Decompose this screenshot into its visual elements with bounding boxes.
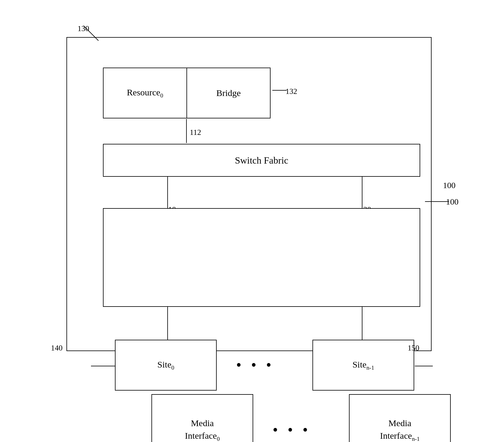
- bridge-label: Bridge: [216, 88, 241, 98]
- label-140: 140: [51, 344, 63, 353]
- switch-fabric-label: Switch Fabric: [235, 155, 289, 166]
- line-sf-media-left: [167, 177, 168, 209]
- siten1-label: Siten-1: [353, 359, 374, 371]
- switch-fabric-box: Switch Fabric: [103, 144, 420, 177]
- label-130-line: [84, 26, 101, 44]
- line-media-site-left: [167, 307, 168, 340]
- resource-label: Resource0: [127, 87, 163, 99]
- diagram-container: 100 130 Resource0 Bridge 132 112 Switch …: [42, 19, 462, 423]
- line-100: [425, 201, 449, 202]
- median1-label: Media Interfacen-1: [380, 417, 420, 442]
- svg-line-0: [84, 26, 98, 41]
- dots-media: • • •: [273, 421, 311, 438]
- label-150: 150: [408, 344, 419, 353]
- group-130-box: Resource0 Bridge: [103, 68, 271, 118]
- resource-box: Resource0: [104, 68, 187, 118]
- line-sf-media-right: [362, 177, 362, 209]
- media-interface-n1-box: Media Interfacen-1: [349, 394, 451, 442]
- dots-sites: • • •: [236, 356, 274, 374]
- label-100: 100: [443, 181, 456, 190]
- line-140: [91, 366, 116, 366]
- line-112: [186, 119, 187, 143]
- line-media-site-right: [362, 307, 362, 340]
- bridge-box: Bridge: [187, 68, 270, 118]
- media0-label: Media Interface0: [185, 417, 220, 442]
- line-132: [272, 90, 287, 91]
- site0-label: Site0: [157, 359, 174, 371]
- label-112: 112: [190, 128, 201, 137]
- line-150: [415, 366, 433, 366]
- media-group-box: Media Interface0 • • • Media Interfacen-…: [103, 208, 420, 307]
- outer-box: 130 Resource0 Bridge 132 112 Switch Fabr…: [66, 37, 432, 351]
- media-interface-0-box: Media Interface0: [151, 394, 253, 442]
- label-132: 132: [286, 87, 297, 96]
- site-n1-box: Siten-1: [312, 340, 414, 391]
- site-0-box: Site0: [115, 340, 217, 391]
